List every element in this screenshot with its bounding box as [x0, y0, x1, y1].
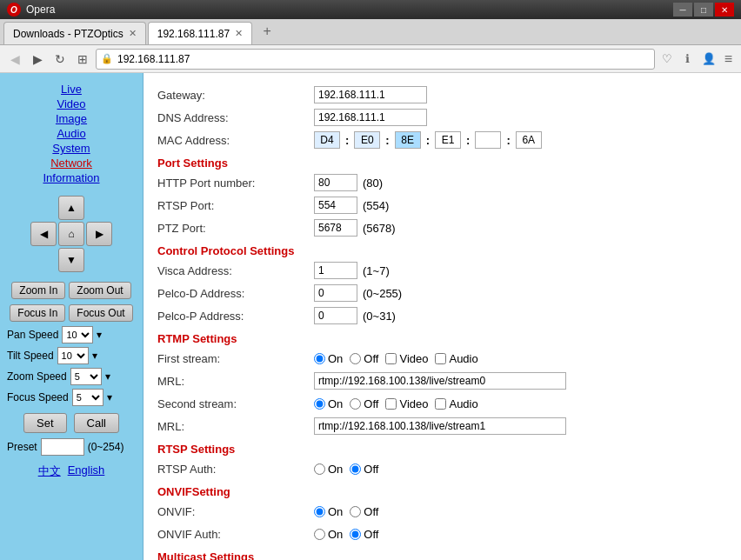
zoom-speed-arrow: ▾ [105, 370, 110, 383]
onvif-auth-on-radio[interactable]: On [314, 528, 343, 541]
visca-input[interactable] [314, 262, 357, 279]
refresh-button[interactable]: ↻ [50, 50, 70, 69]
call-button[interactable]: Call [74, 413, 119, 433]
first-stream-on-radio[interactable]: On [314, 352, 343, 365]
second-stream-on-radio[interactable]: On [314, 397, 343, 410]
ptz-home-button[interactable]: ⌂ [58, 222, 84, 246]
first-stream-on-off: On Off Video Audio [314, 352, 478, 365]
sidebar: Live Video Image Audio System Network In… [0, 73, 144, 560]
lang-en-link[interactable]: English [68, 463, 105, 479]
onvif-auth-row: ONVIF Auth: On Off [157, 524, 727, 543]
focus-speed-select[interactable]: 543 [72, 389, 103, 406]
lang-zh-link[interactable]: 中文 [38, 463, 61, 479]
account-icon[interactable]: 👤 [700, 50, 718, 68]
visca-label: Visca Address: [157, 264, 314, 277]
first-stream-audio-check[interactable]: Audio [435, 352, 477, 365]
mac-field-1[interactable] [314, 131, 340, 149]
focus-out-button[interactable]: Focus Out [69, 304, 132, 322]
ptz-down-button[interactable]: ▼ [58, 248, 84, 272]
sidebar-item-network[interactable]: Network [50, 157, 92, 170]
second-stream-video-check[interactable]: Video [385, 397, 428, 410]
address-input[interactable] [96, 49, 655, 70]
pelco-p-range: (0~31) [363, 310, 396, 323]
sidebar-item-live[interactable]: Live [61, 83, 82, 96]
forward-button[interactable]: ▶ [28, 50, 47, 69]
rtsp-port-extra: (554) [363, 199, 389, 212]
first-stream-video-check[interactable]: Video [385, 352, 428, 365]
tab-downloads[interactable]: Downloads - PTZOptics ✕ [3, 22, 146, 44]
tab-bar: Downloads - PTZOptics ✕ 192.168.111.87 ✕… [0, 19, 741, 45]
window-controls: ─ □ ✕ [673, 3, 734, 17]
new-tab-button[interactable]: + [257, 22, 277, 41]
rtsp-auth-off-radio[interactable]: Off [350, 463, 378, 476]
focus-speed-label: Focus Speed [7, 391, 69, 403]
pelco-p-input[interactable] [314, 307, 357, 324]
gateway-input[interactable] [314, 86, 427, 103]
pelco-d-input[interactable] [314, 284, 357, 302]
onvif-on-radio[interactable]: On [314, 505, 343, 518]
tab-camera[interactable]: 192.168.111.87 ✕ [148, 22, 252, 44]
ptz-left-button[interactable]: ◀ [30, 222, 57, 246]
onvif-auth-radio-group: On Off [314, 528, 378, 541]
tab-close-icon[interactable]: ✕ [129, 28, 137, 39]
sidebar-item-information[interactable]: Information [43, 171, 99, 184]
maximize-button[interactable]: □ [694, 3, 713, 17]
grid-button[interactable]: ⊞ [73, 50, 92, 69]
first-stream-off-radio[interactable]: Off [350, 352, 378, 365]
tilt-speed-select[interactable]: 1098 [57, 347, 89, 364]
second-stream-off-radio[interactable]: Off [350, 397, 378, 410]
onvif-off-radio[interactable]: Off [350, 505, 378, 518]
port-settings-title: Port Settings [157, 157, 727, 170]
ptz-port-row: PTZ Port: (5678) [157, 218, 727, 237]
sidebar-item-audio[interactable]: Audio [57, 127, 85, 140]
title-bar: O Opera ─ □ ✕ [0, 0, 741, 19]
info-icon[interactable]: ℹ [679, 50, 697, 68]
onvif-radio-group: On Off [314, 505, 378, 518]
http-port-label: HTTP Port number: [157, 177, 314, 190]
ptz-port-input[interactable] [314, 219, 357, 237]
content-area: Gateway: DNS Address: MAC Address: : : : [144, 73, 741, 560]
onvif-auth-label: ONVIF Auth: [157, 528, 314, 541]
mac-field-6[interactable] [516, 131, 542, 149]
onvif-auth-off-radio[interactable]: Off [350, 528, 378, 541]
second-stream-mrl-input[interactable] [314, 417, 566, 435]
menu-button[interactable]: ≡ [721, 50, 736, 69]
rtsp-auth-on-radio[interactable]: On [314, 463, 343, 476]
first-stream-mrl-input[interactable] [314, 372, 566, 390]
set-button[interactable]: Set [23, 413, 67, 433]
mac-field-5[interactable] [475, 131, 501, 149]
tab-close-icon[interactable]: ✕ [235, 28, 243, 39]
bookmark-icon[interactable]: ♡ [658, 50, 676, 68]
ptz-port-extra: (5678) [363, 222, 396, 235]
zoom-speed-row: Zoom Speed 543 ▾ [7, 368, 136, 385]
focus-row: Focus In Focus Out [10, 304, 132, 322]
focus-in-button[interactable]: Focus In [10, 304, 65, 322]
focus-speed-arrow: ▾ [107, 391, 112, 403]
back-button[interactable]: ◀ [5, 50, 24, 69]
mac-field-3[interactable] [395, 131, 421, 149]
tilt-speed-arrow: ▾ [92, 350, 97, 362]
ptz-right-button[interactable]: ▶ [86, 222, 112, 246]
zoom-speed-select[interactable]: 543 [70, 368, 102, 385]
close-button[interactable]: ✕ [715, 3, 734, 17]
second-stream-audio-check[interactable]: Audio [435, 397, 477, 410]
tilt-speed-row: Tilt Speed 1098 ▾ [7, 347, 136, 364]
control-protocol-title: Control Protocol Settings [157, 244, 727, 257]
sidebar-item-video[interactable]: Video [57, 97, 85, 110]
mac-field-4[interactable] [435, 131, 461, 149]
mac-field-2[interactable] [354, 131, 380, 149]
dns-input[interactable] [314, 109, 427, 126]
http-port-input[interactable] [314, 174, 357, 191]
zoom-in-button[interactable]: Zoom In [11, 282, 65, 299]
preset-input[interactable] [41, 438, 84, 456]
http-port-row: HTTP Port number: (80) [157, 173, 727, 192]
ptz-up-button[interactable]: ▲ [58, 196, 84, 220]
minimize-button[interactable]: ─ [673, 3, 692, 17]
zoom-out-button[interactable]: Zoom Out [69, 282, 130, 299]
rtsp-port-input[interactable] [314, 197, 357, 214]
sidebar-item-image[interactable]: Image [56, 112, 87, 125]
tilt-speed-label: Tilt Speed [7, 350, 54, 362]
sidebar-item-system[interactable]: System [52, 142, 90, 155]
pan-speed-select[interactable]: 1098 [62, 326, 93, 343]
second-stream-label: Second stream: [157, 397, 314, 410]
